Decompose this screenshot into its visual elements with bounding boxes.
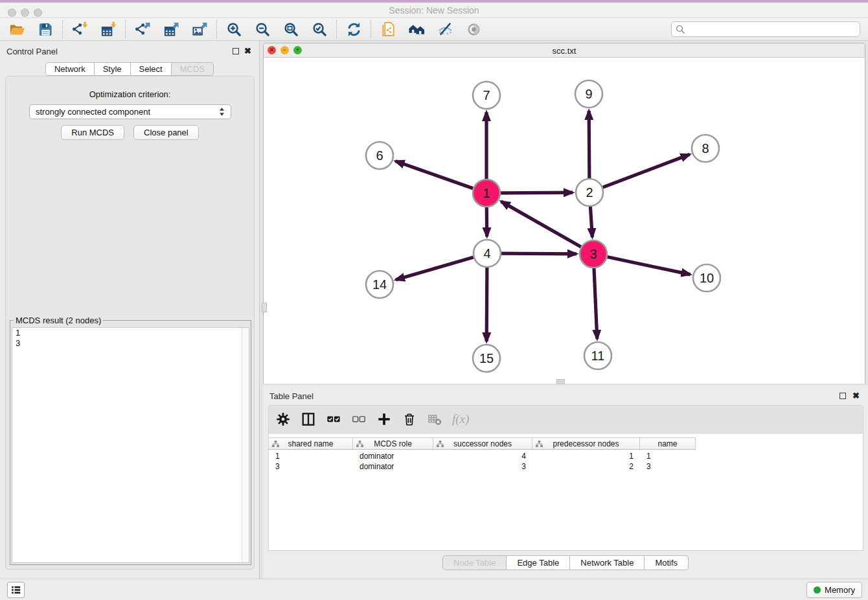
graph-edge-1-2[interactable] xyxy=(501,192,573,193)
zoom-fit-icon[interactable] xyxy=(282,20,300,38)
column-header-predecessor-nodes[interactable]: predecessor nodes xyxy=(532,438,640,449)
table-cell[interactable]: 3 xyxy=(269,461,353,472)
table-cell[interactable]: 1 xyxy=(532,451,640,461)
svg-text:2: 2 xyxy=(586,185,593,200)
graph-node-9[interactable]: 9 xyxy=(575,80,602,108)
tab-mcds[interactable]: MCDS xyxy=(172,62,214,76)
graph-node-11[interactable]: 11 xyxy=(584,342,611,369)
export-table-icon[interactable] xyxy=(162,20,180,38)
tab-style[interactable]: Style xyxy=(95,62,131,76)
search-input[interactable] xyxy=(671,21,860,37)
graph-edge-2-3[interactable] xyxy=(590,207,592,237)
table-float-panel-icon[interactable] xyxy=(839,393,846,399)
graph-edge-3-1[interactable] xyxy=(501,202,581,247)
graph-node-3[interactable]: 3 xyxy=(580,240,607,268)
graph-edge-4-14[interactable] xyxy=(396,257,474,280)
zoom-out-icon[interactable] xyxy=(253,20,271,38)
tab-edge-table[interactable]: Edge Table xyxy=(507,555,570,570)
graph-edge-3-11[interactable] xyxy=(594,268,597,339)
gear-icon[interactable] xyxy=(275,411,291,427)
open-file-icon[interactable] xyxy=(8,20,26,38)
table-close-panel-icon[interactable]: ✖ xyxy=(852,393,860,399)
network-window-title: scc.txt xyxy=(264,46,865,56)
zoom-in-icon[interactable] xyxy=(225,20,243,38)
splitter-handle-horizontal[interactable] xyxy=(556,379,565,384)
tab-network-table[interactable]: Network Table xyxy=(570,555,645,570)
graph-node-8[interactable]: 8 xyxy=(692,135,719,162)
zoom-selected-icon[interactable] xyxy=(310,20,328,38)
splitter-handle-vertical[interactable] xyxy=(262,303,267,312)
tab-motifs[interactable]: Motifs xyxy=(645,555,689,570)
delete-table-icon[interactable] xyxy=(427,411,442,427)
table-cell[interactable]: dominator xyxy=(353,451,433,461)
graph-node-6[interactable]: 6 xyxy=(366,142,393,169)
graph-edge-1-6[interactable] xyxy=(396,161,474,189)
toolbar-group xyxy=(379,20,483,38)
export-image-icon[interactable] xyxy=(190,20,209,38)
result-scrollbar[interactable] xyxy=(242,328,249,562)
graph-node-7[interactable]: 7 xyxy=(473,82,500,109)
function-builder-icon[interactable]: f(x) xyxy=(452,412,469,426)
column-header-shared-name[interactable]: shared name xyxy=(269,438,353,449)
graph-node-4[interactable]: 4 xyxy=(474,240,501,267)
table-cell[interactable]: 4 xyxy=(433,451,532,461)
network-canvas[interactable]: 7968124314101511 xyxy=(264,58,865,384)
graph-edge-4-15[interactable] xyxy=(486,268,487,341)
criterion-dropdown[interactable]: strongly connected component xyxy=(29,104,231,119)
memory-button[interactable]: Memory xyxy=(806,582,862,598)
svg-text:8: 8 xyxy=(702,141,709,156)
graph-edge-2-9[interactable] xyxy=(589,111,589,178)
table-cell[interactable]: 3 xyxy=(640,461,696,472)
dropdown-stepper-icon xyxy=(219,107,225,117)
mcds-result-group: MCDS result (2 nodes) 13 xyxy=(10,320,251,565)
tab-select[interactable]: Select xyxy=(131,62,172,76)
main-toolbar xyxy=(0,18,868,41)
run-mcds-button[interactable]: Run MCDS xyxy=(61,125,124,140)
table-cell[interactable]: 1 xyxy=(269,451,353,461)
columns-icon[interactable] xyxy=(301,411,316,427)
table-row[interactable]: 1dominator411 xyxy=(269,451,696,461)
export-network-icon[interactable] xyxy=(133,20,152,38)
table-cell[interactable]: dominator xyxy=(353,461,433,472)
save-session-icon[interactable] xyxy=(36,20,54,38)
network-view-window: ✕ − + scc.txt 7968124314101511 xyxy=(263,43,865,384)
show-icon[interactable] xyxy=(464,20,483,38)
svg-text:11: 11 xyxy=(591,349,605,363)
tab-network[interactable]: Network xyxy=(45,62,95,76)
column-header-MCDS-role[interactable]: MCDS role xyxy=(353,438,433,449)
graph-node-10[interactable]: 10 xyxy=(693,264,720,292)
graph-edge-4-3[interactable] xyxy=(501,253,577,254)
add-column-icon[interactable] xyxy=(376,411,392,427)
refresh-icon[interactable] xyxy=(345,20,363,38)
network-file-icon[interactable] xyxy=(379,20,397,38)
graph-node-15[interactable]: 15 xyxy=(473,345,500,372)
node-table: shared nameMCDS rolesuccessor nodesprede… xyxy=(268,433,863,551)
tab-node-table[interactable]: Node Table xyxy=(442,555,507,570)
memory-label: Memory xyxy=(825,585,855,595)
graph-node-14[interactable]: 14 xyxy=(366,271,393,298)
table-header-row: shared nameMCDS rolesuccessor nodesprede… xyxy=(269,437,696,450)
table-cell[interactable]: 2 xyxy=(532,461,640,472)
graph-node-1[interactable]: 1 xyxy=(473,179,500,207)
task-history-button[interactable] xyxy=(7,582,25,598)
column-header-name[interactable]: name xyxy=(640,438,696,449)
import-table-icon[interactable] xyxy=(99,20,117,38)
delete-column-icon[interactable] xyxy=(402,411,417,427)
toolbar-separator xyxy=(216,20,217,38)
graph-edge-2-8[interactable] xyxy=(603,154,690,187)
close-panel-button[interactable]: Close panel xyxy=(133,125,199,140)
graph-edge-3-10[interactable] xyxy=(608,257,691,275)
table-row[interactable]: 3dominator323 xyxy=(269,461,696,472)
graph-node-2[interactable]: 2 xyxy=(576,179,603,206)
select-all-icon[interactable] xyxy=(326,411,341,427)
column-header-successor-nodes[interactable]: successor nodes xyxy=(433,438,532,449)
memory-status-icon xyxy=(814,586,821,594)
float-panel-icon[interactable] xyxy=(233,48,239,54)
table-cell[interactable]: 1 xyxy=(640,451,696,461)
close-panel-icon[interactable]: ✖ xyxy=(244,48,251,54)
hide-icon[interactable] xyxy=(436,20,454,38)
home-icon[interactable] xyxy=(407,20,426,38)
table-cell[interactable]: 3 xyxy=(433,461,532,472)
deselect-all-icon[interactable] xyxy=(351,411,367,427)
import-network-icon[interactable] xyxy=(71,20,89,38)
